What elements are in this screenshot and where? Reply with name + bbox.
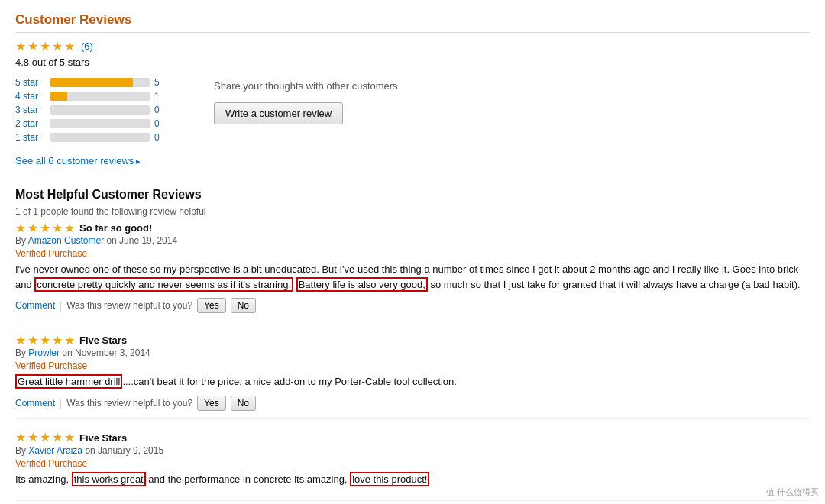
- rating-4star-bar-bg: [50, 92, 150, 101]
- review-2-body: Great little hammer drill....can't beat …: [15, 374, 810, 389]
- review-1-headline: So far so good!: [79, 222, 152, 234]
- rating-4star-label[interactable]: 4 star: [15, 91, 46, 102]
- customer-reviews-header: Customer Reviews ★ ★ ★ ★ ★ (6) 4.8 out o…: [15, 12, 810, 68]
- review-1-yes-btn[interactable]: Yes: [197, 298, 226, 313]
- write-review-button[interactable]: Write a customer review: [214, 102, 343, 124]
- review-1-body: I've never owned one of these so my pers…: [15, 262, 810, 292]
- review-3-author[interactable]: Xavier Araiza: [28, 445, 82, 456]
- rating-5star-bar-bg: [50, 78, 150, 87]
- review-1-verified: Verified Purchase: [15, 248, 810, 259]
- review-1-helpful-text: Was this review helpful to you?: [66, 300, 192, 311]
- review-1-comment-link[interactable]: Comment: [15, 300, 55, 311]
- review-block-3: ★ ★ ★ ★ ★ Five Stars By Xavier Araiza on…: [15, 430, 810, 502]
- rating-5star-label[interactable]: 5 star: [15, 77, 46, 88]
- rating-1star-bar-bg: [50, 133, 150, 142]
- star-3: ★: [40, 39, 50, 53]
- review-2-highlight: Great little hammer drill: [15, 374, 122, 389]
- rating-row-2star: 2 star 0: [15, 118, 183, 129]
- share-prompt-text: Share your thoughts with other customers: [214, 80, 810, 92]
- overall-stars: ★ ★ ★ ★ ★: [15, 39, 75, 53]
- rating-5star-count[interactable]: 5: [154, 77, 163, 88]
- review-2-meta: By Prowler on November 3, 2014: [15, 347, 810, 358]
- review-1-actions: Comment | Was this review helpful to you…: [15, 298, 810, 313]
- review-3-date: January 9, 2015: [98, 445, 163, 456]
- watermark: 值 什么值得买: [766, 486, 819, 498]
- rating-1star-count[interactable]: 0: [154, 132, 163, 143]
- review-1-meta: By Amazon Customer on June 19, 2014: [15, 235, 810, 246]
- review-block-2: ★ ★ ★ ★ ★ Five Stars By Prowler on Novem…: [15, 332, 810, 419]
- rating-4star-bar-fill: [50, 92, 67, 101]
- review-1-date: June 19, 2014: [119, 235, 177, 246]
- rating-3star-label[interactable]: 3 star: [15, 105, 46, 115]
- review-2-stars: ★ ★ ★ ★ ★: [15, 333, 75, 347]
- rating-1star-label[interactable]: 1 star: [15, 132, 46, 143]
- review-2-date: November 3, 2014: [75, 347, 150, 358]
- review-1-highlight-1: concrete pretty quickly and never seems …: [34, 277, 293, 292]
- most-helpful-title: Most Helpful Customer Reviews: [15, 188, 810, 202]
- review-block-1: 1 of 1 people found the following review…: [15, 206, 810, 321]
- review-1-stars: ★ ★ ★ ★ ★: [15, 221, 75, 235]
- rating-4star-count[interactable]: 1: [154, 91, 163, 102]
- star-4: ★: [52, 39, 63, 53]
- rating-2star-label[interactable]: 2 star: [15, 118, 46, 129]
- star-1: ★: [15, 39, 26, 53]
- share-section: Share your thoughts with other customers…: [214, 77, 810, 177]
- review-1-highlight-2: Battery life is also very good,: [296, 277, 428, 292]
- rating-3star-bar-bg: [50, 105, 150, 115]
- rating-row-4star: 4 star 1: [15, 91, 183, 102]
- review-1-helpful-note: 1 of 1 people found the following review…: [15, 206, 810, 217]
- review-2-actions: Comment | Was this review helpful to you…: [15, 396, 810, 411]
- review-3-highlight-2: love this product!: [350, 472, 429, 486]
- overall-score: 4.8 out of 5 stars: [15, 57, 810, 68]
- review-3-meta: By Xavier Araiza on January 9, 2015: [15, 445, 810, 456]
- most-helpful-section: Most Helpful Customer Reviews 1 of 1 peo…: [15, 188, 810, 501]
- ratings-breakdown: 5 star 5 4 star 1 3 star 0: [15, 77, 183, 143]
- review-2-author[interactable]: Prowler: [28, 347, 60, 358]
- review-2-comment-link[interactable]: Comment: [15, 398, 55, 409]
- rating-row-1star: 1 star 0: [15, 132, 183, 143]
- rating-5star-bar-fill: [50, 78, 133, 87]
- rating-2star-count[interactable]: 0: [154, 118, 163, 129]
- star-5: ★: [64, 39, 75, 53]
- review-2-headline: Five Stars: [79, 334, 127, 346]
- star-2: ★: [28, 39, 38, 53]
- see-all-reviews-link[interactable]: See all 6 customer reviews: [15, 155, 141, 166]
- review-2-no-btn[interactable]: No: [231, 396, 256, 411]
- page-title: Customer Reviews: [15, 12, 810, 33]
- rating-row-3star: 3 star 0: [15, 105, 183, 115]
- review-2-helpful-text: Was this review helpful to you?: [66, 398, 192, 409]
- review-1-author[interactable]: Amazon Customer: [28, 235, 104, 246]
- review-3-highlight-1: this works great: [72, 472, 146, 486]
- review-1-no-btn[interactable]: No: [231, 298, 256, 313]
- review-3-body: Its amazing, this works great and the pe…: [15, 472, 810, 487]
- rating-row-5star: 5 star 5: [15, 77, 183, 88]
- review-2-verified: Verified Purchase: [15, 360, 810, 371]
- review-3-headline: Five Stars: [79, 432, 127, 444]
- rating-3star-count[interactable]: 0: [154, 105, 163, 115]
- rating-2star-bar-bg: [50, 119, 150, 128]
- review-3-verified: Verified Purchase: [15, 458, 810, 469]
- review-3-stars: ★ ★ ★ ★ ★: [15, 430, 75, 444]
- review-2-yes-btn[interactable]: Yes: [197, 396, 226, 411]
- review-count-link[interactable]: (6): [81, 40, 93, 52]
